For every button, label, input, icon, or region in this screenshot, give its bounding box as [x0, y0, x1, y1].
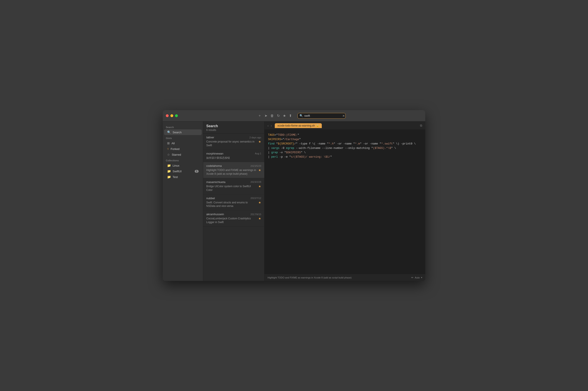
- star-outline-icon: ☆: [167, 153, 170, 156]
- star-filled-icon: ★: [258, 217, 261, 220]
- tab-prev-button[interactable]: ‹: [267, 123, 270, 128]
- maximize-button[interactable]: [175, 114, 178, 117]
- sidebar-forked-label: Forked: [171, 147, 199, 151]
- sidebar-item-search[interactable]: 🔍 Search: [164, 129, 202, 135]
- star-filled-icon: ★: [258, 168, 261, 172]
- list-item-date: 2017/9/15: [250, 213, 261, 216]
- code-tab-active[interactable]: xcode-todo-fixme-as-warning.sh 🔒: [275, 123, 322, 128]
- minimize-button[interactable]: [170, 114, 173, 117]
- sidebar-item-all[interactable]: ⊞ All: [164, 140, 202, 146]
- list-panel: Search 6 results lattner 2 days ago Conc…: [203, 121, 264, 281]
- list-header: Search 6 results: [203, 121, 264, 134]
- trash-icon[interactable]: 🗑: [270, 114, 274, 118]
- footer-text: Highlight TODO and FIXME as warnings in …: [268, 276, 410, 279]
- main-content: Search 🔍 Search Gists ⊞ All ⑂ Forked ☆ S…: [163, 121, 425, 281]
- sidebar-swiftui-label: SwiftUI: [173, 170, 193, 173]
- list-item-bottom: Highlight TODO and FIXME as warnings in …: [206, 168, 261, 176]
- folder-test-icon: 📁: [167, 175, 171, 179]
- search-clear-icon[interactable]: ✕: [342, 114, 345, 117]
- sidebar-collections-section: Collections: [163, 157, 203, 163]
- list-item-top: codelahoma 2023/5/29: [206, 164, 261, 168]
- list-item-title: CocoaLumberjack Custom Crashlytics Logge…: [206, 217, 257, 224]
- send-icon[interactable]: ➤: [264, 114, 267, 118]
- code-panel: ‹ › xcode-todo-fixme-as-warning.sh 🔒 ⧉ T…: [264, 121, 425, 281]
- list-item-date: Aug 1: [255, 152, 261, 155]
- add-icon[interactable]: ＋: [258, 113, 261, 118]
- list-items: lattner 2 days ago Concrete proposal for…: [203, 134, 264, 281]
- star-icon[interactable]: ★: [283, 114, 286, 118]
- list-item-top: masamichiueta 2023/2/28: [206, 180, 261, 184]
- traffic-lights: [166, 114, 178, 117]
- swiftui-badge: 1: [195, 170, 199, 173]
- list-item[interactable]: codelahoma 2023/5/29 Highlight TODO and …: [203, 162, 264, 178]
- code-tabs: ‹ › xcode-todo-fixme-as-warning.sh 🔒 ⧉: [264, 121, 425, 130]
- list-item[interactable]: nubbel 2022/7/12 Swift: Convert structs …: [203, 195, 264, 211]
- code-footer: Highlight TODO and FIXME as warnings in …: [264, 274, 425, 281]
- footer-right: ✏ Auto ▾: [411, 276, 422, 279]
- sidebar-item-test[interactable]: 📁 Test: [164, 174, 202, 180]
- list-subtitle: 6 results: [206, 128, 261, 132]
- code-content[interactable]: TAGS="TODO:|FIXME:" SKIPDIRS="/Carthage"…: [264, 130, 425, 274]
- search-icon: 🔍: [167, 130, 171, 134]
- list-item-date: 2022/7/12: [250, 197, 261, 199]
- code-line: find "${SRCROOT}/" -type f \( -name "*.h…: [268, 142, 422, 146]
- list-item-bottom: 如何设计新拟态按钮: [206, 156, 261, 160]
- code-line: | perl -p -e "s/($TAGS)/ warning: \$1/": [268, 155, 422, 159]
- list-item-date: 2023/2/28: [250, 181, 261, 183]
- close-button[interactable]: [166, 114, 169, 117]
- chevron-down-icon[interactable]: ▾: [421, 276, 422, 279]
- copy-icon[interactable]: ⧉: [420, 124, 422, 127]
- tab-next-button[interactable]: ›: [270, 123, 273, 128]
- list-item-top: morphinewan Aug 1: [206, 152, 261, 155]
- folder-swiftui-icon: 📁: [167, 170, 171, 173]
- list-item-top: nubbel 2022/7/12: [206, 196, 261, 200]
- list-item-title: Swift: Convert structs and enums to NSDa…: [206, 201, 257, 208]
- sidebar-item-linux[interactable]: 📁 Linux: [164, 163, 202, 168]
- share-icon[interactable]: ⬆: [289, 114, 292, 118]
- search-input[interactable]: [304, 114, 341, 117]
- list-item[interactable]: akramhussein 2017/9/15 CocoaLumberjack C…: [203, 210, 264, 227]
- star-filled-icon: ★: [258, 201, 261, 204]
- sidebar-starred-label: Starred: [172, 153, 199, 156]
- list-item-author: nubbel: [206, 196, 215, 200]
- list-item[interactable]: masamichiueta 2023/2/28 Bridge UIColor s…: [203, 178, 264, 195]
- sidebar-search-label: Search: [173, 131, 199, 134]
- list-item-bottom: Concrete proposal for async semantics in…: [206, 140, 261, 147]
- search-bar[interactable]: 🔍 ✕: [297, 113, 346, 119]
- pencil-icon: ✏: [411, 276, 413, 279]
- list-item-bottom: Bridge UIColor system color to SwiftUI C…: [206, 185, 261, 192]
- fork-icon: ⑂: [167, 147, 169, 151]
- star-filled-icon: ★: [258, 140, 261, 143]
- star-filled-icon: ★: [258, 185, 261, 188]
- list-item-date: 2023/5/29: [250, 165, 261, 167]
- list-item-title: Concrete proposal for async semantics in…: [206, 140, 257, 147]
- list-item-title: Bridge UIColor system color to SwiftUI C…: [206, 185, 257, 192]
- grid-icon: ⊞: [167, 141, 170, 145]
- list-item-bottom: CocoaLumberjack Custom Crashlytics Logge…: [206, 217, 261, 224]
- list-item-top: lattner 2 days ago: [206, 136, 261, 139]
- toolbar-actions: ＋ ➤ 🗑 ↻ ★ ⬆: [258, 113, 292, 118]
- list-item[interactable]: morphinewan Aug 1 如何设计新拟态按钮: [203, 150, 264, 162]
- list-item-date: 2 days ago: [249, 136, 261, 139]
- folder-linux-icon: 📁: [167, 164, 171, 167]
- list-item-title: 如何设计新拟态按钮: [206, 156, 261, 160]
- titlebar-center: ＋ ➤ 🗑 ↻ ★ ⬆ 🔍 ✕: [181, 113, 422, 119]
- sidebar-item-swiftui[interactable]: 📁 SwiftUI 1: [164, 168, 202, 174]
- list-item-author: morphinewan: [206, 152, 223, 155]
- tab-navigation: ‹ ›: [267, 123, 273, 128]
- list-item-author: masamichiueta: [206, 180, 225, 184]
- list-item-author: codelahoma: [206, 164, 222, 168]
- list-item-author: lattner: [206, 136, 214, 139]
- list-item-title: Highlight TODO and FIXME as warnings in …: [206, 168, 257, 176]
- list-item[interactable]: lattner 2 days ago Concrete proposal for…: [203, 134, 264, 150]
- sidebar-linux-label: Linux: [173, 164, 199, 167]
- list-item-author: akramhussein: [206, 212, 224, 216]
- list-item-bottom: Swift: Convert structs and enums to NSDa…: [206, 201, 261, 208]
- sidebar-item-starred[interactable]: ☆ Starred: [164, 152, 202, 157]
- sidebar: Search 🔍 Search Gists ⊞ All ⑂ Forked ☆ S…: [163, 121, 203, 281]
- sidebar-item-forked[interactable]: ⑂ Forked: [164, 146, 202, 152]
- refresh-icon[interactable]: ↻: [277, 114, 280, 118]
- footer-mode: Auto: [415, 276, 420, 279]
- code-line: | xargs -0 egrep --with-filename --line-…: [268, 146, 422, 150]
- list-title: Search: [206, 124, 261, 128]
